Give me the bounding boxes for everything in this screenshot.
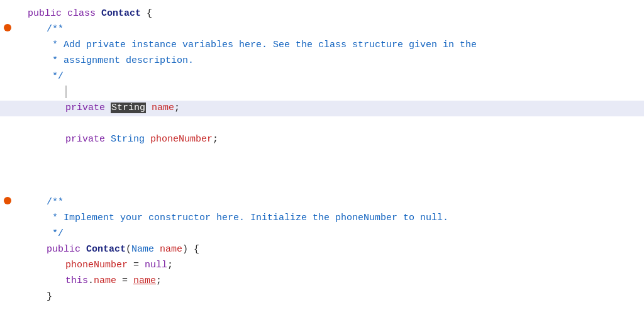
code-line-12 <box>0 179 644 195</box>
code-line-15: */ <box>0 226 644 242</box>
var-name-field: name <box>152 103 174 113</box>
code-editor: public class Contact { /** * Add private… <box>0 0 644 317</box>
type-string-highlighted: String <box>111 103 146 113</box>
semicolon-4: ; <box>156 275 162 286</box>
keyword-public-2: public <box>47 244 80 255</box>
line-content-18: this.name = name; <box>15 274 644 289</box>
line-content-11 <box>15 164 644 179</box>
keyword-class: class <box>67 8 96 19</box>
line-content-19: } <box>15 289 644 304</box>
comment-assignment: * assignment description. <box>47 55 194 66</box>
code-line-9: private String phoneNumber; <box>0 132 644 148</box>
pipe-indent-6 <box>65 86 67 98</box>
param-name-name: name <box>160 244 182 255</box>
keyword-this: this <box>65 275 88 286</box>
var-phonenumber: phoneNumber <box>150 134 213 145</box>
line-content-1: public class Contact { <box>15 6 644 21</box>
code-line-7: private String name; <box>0 101 644 116</box>
code-line-1: public class Contact { <box>0 6 644 22</box>
assign-null: = <box>128 260 145 270</box>
type-string-2: String <box>111 134 145 145</box>
line-content-14: * Implement your constructor here. Initi… <box>15 211 644 226</box>
line-content-17: phoneNumber = null; <box>15 258 644 273</box>
keyword-private-2: private <box>65 134 105 145</box>
brace-close-constructor: } <box>47 291 52 302</box>
line-content-12 <box>15 179 644 194</box>
line-content-13: /** <box>15 195 644 210</box>
line-content-4: * assignment description. <box>15 53 644 69</box>
code-line-4: * assignment description. <box>0 53 644 69</box>
brace-open: { <box>147 8 152 19</box>
semicolon-1: ; <box>174 103 180 113</box>
keyword-private-1: private <box>65 103 105 113</box>
semicolon-3: ; <box>167 260 173 270</box>
breakpoint-dot-13 <box>4 197 11 204</box>
param-name-underlined: name <box>133 275 156 286</box>
constructor-name: Contact <box>86 244 126 255</box>
paren-open: ( <box>126 244 131 255</box>
breakpoint-dot-2 <box>4 24 11 31</box>
comment-close-1: */ <box>47 71 64 82</box>
code-line-6 <box>0 85 644 101</box>
keyword-null: null <box>145 260 167 270</box>
line-content-15: */ <box>15 226 644 242</box>
comment-add-private: * Add private instance variables here. S… <box>47 40 477 50</box>
code-line-2: /** <box>0 22 644 38</box>
code-line-17: phoneNumber = null; <box>0 258 644 274</box>
line-content-7: private String name; <box>15 101 644 116</box>
line-content-8 <box>15 116 644 131</box>
code-line-13: /** <box>0 195 644 211</box>
var-phonenumber-assign: phoneNumber <box>65 260 128 270</box>
comment-javadoc-open-2: /** <box>47 197 64 208</box>
semicolon-2: ; <box>213 134 218 145</box>
line-content-16: public Contact(Name name) { <box>15 242 644 257</box>
code-line-8 <box>0 116 644 132</box>
code-line-10 <box>0 148 644 164</box>
line-content-6 <box>15 85 644 100</box>
line-content-2: /** <box>15 22 644 37</box>
comment-javadoc-open: /** <box>47 24 64 35</box>
dot-accessor: . <box>88 275 94 286</box>
comment-implement: * Implement your constructor here. Initi… <box>47 213 448 223</box>
code-line-16: public Contact(Name name) { <box>0 242 644 258</box>
gutter-2 <box>0 24 15 31</box>
gutter-13 <box>0 197 15 204</box>
code-line-5: */ <box>0 69 644 85</box>
line-content-10 <box>15 148 644 163</box>
code-line-14: * Implement your constructor here. Initi… <box>0 211 644 226</box>
class-name-contact: Contact <box>101 8 141 19</box>
line-content-5: */ <box>15 69 644 84</box>
code-line-3: * Add private instance variables here. S… <box>0 38 644 53</box>
paren-close-brace: ) { <box>182 244 199 255</box>
var-name-this: name <box>94 275 116 286</box>
assign-name: = <box>116 275 133 286</box>
code-line-19: } <box>0 289 644 305</box>
line-content-3: * Add private instance variables here. S… <box>15 38 644 53</box>
keyword-public: public <box>28 8 62 19</box>
comment-close-2: */ <box>47 228 64 239</box>
code-line-11 <box>0 164 644 179</box>
type-name-param: Name <box>131 244 154 255</box>
code-line-18: this.name = name; <box>0 274 644 289</box>
line-content-9: private String phoneNumber; <box>15 132 644 147</box>
